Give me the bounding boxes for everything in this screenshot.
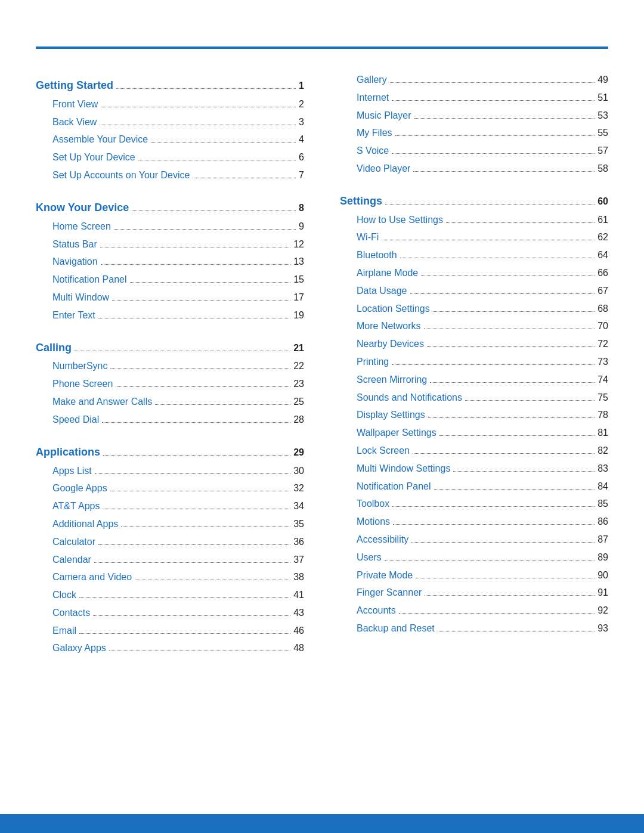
toc-sub-entry: Users89 (340, 550, 608, 565)
toc-dots (112, 300, 290, 301)
toc-entry-label: Applications (36, 444, 100, 461)
toc-dots (453, 471, 595, 472)
toc-entry-label: Accounts (357, 603, 396, 618)
toc-page-number: 8 (299, 201, 304, 216)
toc-dots (392, 100, 595, 101)
toc-section: Applications29Apps List30Google Apps32AT… (36, 444, 304, 657)
toc-sub-entry: Multi Window Settings83 (340, 462, 608, 476)
toc-entry-label: Finger Scanner (357, 586, 422, 600)
toc-page-number: 70 (597, 319, 608, 334)
toc-page-number: 66 (597, 266, 608, 281)
toc-dots (101, 264, 291, 265)
toc-dots (116, 88, 296, 89)
footer-bar (0, 814, 644, 833)
toc-page-number: 57 (597, 144, 608, 159)
toc-dots (413, 171, 595, 172)
toc-dots (392, 364, 595, 365)
toc-page-number: 91 (597, 586, 608, 600)
toc-page-number: 2 (299, 97, 304, 112)
toc-dots (416, 578, 595, 578)
toc-left-column: Getting Started1Front View2Back View3Ass… (36, 73, 304, 673)
toc-sub-entry: Private Mode90 (340, 568, 608, 583)
toc-entry-label: Multi Window (52, 290, 109, 305)
toc-dots (79, 597, 290, 598)
toc-section: Calling21NumberSync22Phone Screen23Make … (36, 340, 304, 428)
toc-entry-label: Camera and Video (52, 570, 132, 585)
toc-page-number: 22 (293, 359, 304, 374)
toc-page-number: 12 (293, 237, 304, 252)
toc-sub-entry: Additional Apps35 (36, 517, 304, 532)
toc-dots (95, 473, 290, 474)
toc-page-number: 92 (597, 603, 608, 618)
toc-section-header: Know Your Device8 (36, 200, 304, 216)
toc-dots (382, 240, 595, 240)
toc-dots (103, 455, 290, 456)
toc-sub-entry: Video Player58 (340, 162, 608, 176)
toc-sub-entry: Music Player53 (340, 109, 608, 123)
toc-sub-entry: Wi-Fi62 (340, 230, 608, 245)
toc-entry-label: Make and Answer Calls (52, 395, 152, 410)
page-container: Getting Started1Front View2Back View3Ass… (0, 0, 644, 720)
toc-entry-label: More Networks (357, 319, 421, 334)
toc-page-number: 84 (597, 479, 608, 494)
toc-sub-entry: Calendar37 (36, 553, 304, 568)
toc-dots (109, 651, 290, 651)
toc-dots (410, 293, 595, 294)
toc-page-number: 55 (597, 126, 608, 141)
toc-dots (135, 580, 290, 580)
toc-dots (395, 135, 595, 136)
toc-dots (427, 346, 595, 347)
toc-entry-label: Assemble Your Device (52, 132, 148, 147)
toc-entry-label: Getting Started (36, 78, 113, 94)
toc-sub-entry: Sounds and Notifications75 (340, 391, 608, 405)
toc-sub-entry: Accounts92 (340, 603, 608, 618)
toc-section: Getting Started1Front View2Back View3Ass… (36, 78, 304, 183)
toc-dots (103, 509, 290, 509)
toc-page-number: 67 (597, 284, 608, 299)
toc-sub-entry: Speed Dial28 (36, 413, 304, 428)
toc-dots (439, 435, 595, 436)
toc-page-number: 4 (299, 132, 304, 147)
toc-sub-entry: Bluetooth64 (340, 248, 608, 263)
toc-page-number: 38 (293, 570, 304, 585)
toc-sub-entry: AT&T Apps34 (36, 499, 304, 514)
toc-dots (385, 560, 595, 561)
toc-entry-label: Speed Dial (52, 413, 99, 428)
toc-entry-label: Navigation (52, 255, 98, 270)
toc-dots (390, 82, 595, 83)
toc-page-number: 61 (597, 213, 608, 228)
toc-sub-entry: Screen Mirroring74 (340, 373, 608, 388)
toc-entry-label: Calling (36, 340, 72, 357)
toc-entry-label: Wallpaper Settings (357, 426, 436, 441)
toc-sub-entry: Finger Scanner91 (340, 586, 608, 600)
toc-sub-entry: Assemble Your Device4 (36, 132, 304, 147)
toc-sub-entry: Notification Panel15 (36, 272, 304, 287)
toc-page-number: 35 (293, 517, 304, 532)
toc-sub-entry: Accessibility87 (340, 532, 608, 547)
toc-sub-entry: Notification Panel84 (340, 479, 608, 494)
toc-page-number: 3 (299, 115, 304, 130)
toc-entry-label: Settings (340, 193, 382, 210)
toc-dots (399, 613, 595, 614)
toc-page-number: 29 (293, 445, 304, 460)
toc-page-number: 51 (597, 91, 608, 106)
toc-page-number: 83 (597, 462, 608, 476)
toc-sub-entry: Nearby Devices72 (340, 337, 608, 352)
toc-dots (98, 318, 290, 318)
toc-dots (155, 404, 290, 405)
toc-section: Settings60How to Use Settings61Wi-Fi62Bl… (340, 193, 608, 636)
toc-entry-label: Email (52, 624, 76, 639)
toc-entry-label: Private Mode (357, 568, 413, 583)
toc-sub-entry: Set Up Accounts on Your Device7 (36, 168, 304, 183)
toc-sub-entry: Camera and Video38 (36, 570, 304, 585)
toc-entry-label: Set Up Accounts on Your Device (52, 168, 190, 183)
toc-page-number: 49 (597, 73, 608, 88)
toc-sub-entry: Multi Window17 (36, 290, 304, 305)
toc-page-number: 23 (293, 377, 304, 392)
toc-entry-label: Apps List (52, 464, 92, 479)
toc-sub-entry: Printing73 (340, 355, 608, 370)
toc-dots (114, 229, 296, 230)
toc-entry-label: NumberSync (52, 359, 107, 374)
toc-right-column: Gallery49Internet51Music Player53My File… (340, 73, 608, 653)
toc-page-number: 72 (597, 337, 608, 352)
